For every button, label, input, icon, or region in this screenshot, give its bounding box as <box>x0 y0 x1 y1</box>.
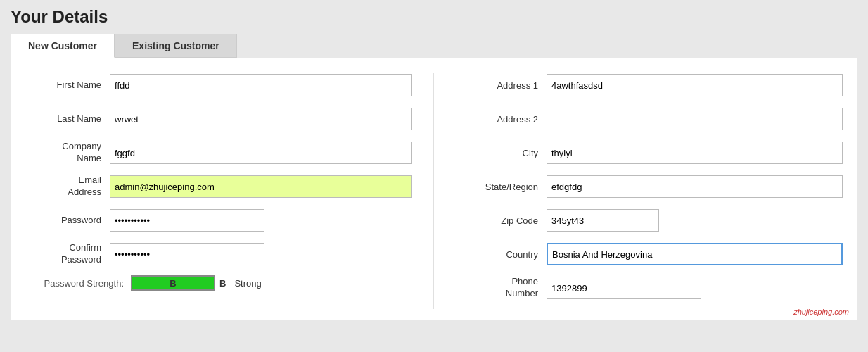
first-name-row: First Name <box>25 73 412 98</box>
page-wrapper: Your Details New Customer Existing Custo… <box>0 0 868 352</box>
address2-label: Address 2 <box>455 114 547 125</box>
zip-code-input[interactable] <box>547 209 659 232</box>
email-row: EmailAddress <box>25 174 412 199</box>
phone-number-row: PhoneNumber <box>455 275 843 301</box>
first-name-label: First Name <box>25 80 110 92</box>
zip-code-label: Zip Code <box>455 215 547 226</box>
form-left: First Name Last Name CompanyName EmailAd… <box>25 73 433 309</box>
phone-number-label: PhoneNumber <box>455 276 547 300</box>
form-right: Address 1 Address 2 City State/Region Zi <box>433 73 843 309</box>
strength-bar-letter: B <box>170 278 176 289</box>
confirm-password-input[interactable] <box>110 243 264 265</box>
watermark: zhujiceping.com <box>793 308 849 316</box>
city-input[interactable] <box>547 142 843 164</box>
company-name-row: CompanyName <box>25 140 412 165</box>
strength-bar-letter-right: B <box>219 278 226 289</box>
email-label: EmailAddress <box>25 175 110 199</box>
password-row: Password <box>25 208 412 233</box>
state-region-input[interactable] <box>547 175 843 198</box>
form-container-wrapper: First Name Last Name CompanyName EmailAd… <box>11 58 857 320</box>
confirm-password-label: ConfirmPassword <box>25 242 110 266</box>
company-name-input[interactable] <box>110 142 412 164</box>
city-label: City <box>455 148 547 158</box>
address1-label: Address 1 <box>455 80 547 91</box>
last-name-row: Last Name <box>25 106 412 132</box>
country-row: Country <box>455 241 843 267</box>
address1-row: Address 1 <box>455 73 843 98</box>
strength-bar: B <box>131 275 215 291</box>
company-name-label: CompanyName <box>25 141 110 165</box>
address2-input[interactable] <box>547 108 843 130</box>
password-label: Password <box>25 215 110 227</box>
address2-row: Address 2 <box>455 106 843 132</box>
tab-existing-customer[interactable]: Existing Customer <box>115 34 237 58</box>
phone-number-input[interactable] <box>547 277 701 299</box>
city-row: City <box>455 140 843 165</box>
state-region-row: State/Region <box>455 174 843 199</box>
password-strength-row: Password Strength: B B Strong <box>25 275 412 291</box>
first-name-input[interactable] <box>110 74 412 96</box>
strength-bar-wrapper: B B Strong <box>131 275 262 291</box>
email-input[interactable] <box>110 175 412 198</box>
form-container: First Name Last Name CompanyName EmailAd… <box>11 58 857 320</box>
page-title: Your Details <box>11 7 857 27</box>
tabs-container: New Customer Existing Customer <box>11 34 857 58</box>
last-name-input[interactable] <box>110 108 412 130</box>
confirm-password-row: ConfirmPassword <box>25 241 412 267</box>
strength-text: Strong <box>234 278 261 289</box>
last-name-label: Last Name <box>25 113 110 125</box>
password-input[interactable] <box>110 209 264 232</box>
country-label: Country <box>455 249 547 260</box>
state-region-label: State/Region <box>455 182 547 192</box>
password-strength-label: Password Strength: <box>25 278 124 289</box>
tab-new-customer[interactable]: New Customer <box>11 34 115 58</box>
address1-input[interactable] <box>547 74 843 96</box>
country-input[interactable] <box>547 243 843 265</box>
zip-code-row: Zip Code <box>455 208 843 233</box>
